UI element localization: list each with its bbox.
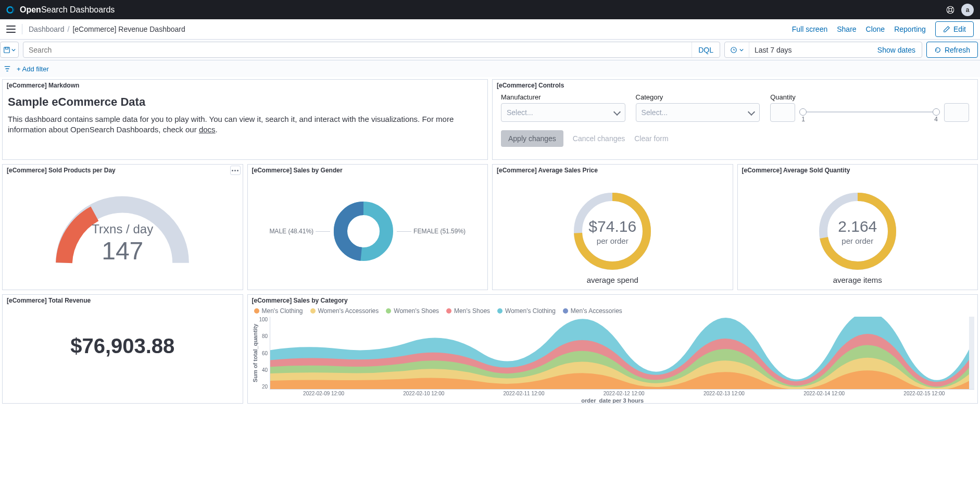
refresh-label: Refresh <box>945 46 970 54</box>
area-plot[interactable] <box>270 317 974 390</box>
legend-item[interactable]: Women's Accessories <box>310 307 379 315</box>
area-legend: Men's ClothingWomen's AccessoriesWomen's… <box>251 306 975 317</box>
panel-title: [eCommerce] Average Sales Price <box>493 165 733 175</box>
legend-dot-icon <box>446 308 451 314</box>
panel-total-revenue: [eCommerce] Total Revenue $76,903.88 <box>2 294 243 404</box>
goal-caption: average spend <box>587 276 638 284</box>
manufacturer-select[interactable]: Select... <box>501 103 625 122</box>
query-bar: DQL Last 7 days Show dates Refresh <box>0 40 980 60</box>
edit-button[interactable]: Edit <box>935 21 974 37</box>
docs-link[interactable]: docs <box>199 125 216 134</box>
filter-options-toggle[interactable] <box>2 64 12 74</box>
legend-label: Men's Accessories <box>571 307 622 315</box>
category-select[interactable]: Select... <box>636 103 760 122</box>
manufacturer-label: Manufacturer <box>501 93 625 101</box>
svg-point-0 <box>7 7 14 13</box>
reporting-link[interactable]: Reporting <box>894 25 926 33</box>
panel-markdown: [eCommerce] Markdown Sample eCommerce Da… <box>2 79 488 160</box>
slider-min-label: 1 <box>801 116 805 123</box>
legend-dot-icon <box>310 308 316 314</box>
x-axis-ticks: 2022-02-09 12:002022-02-10 12:002022-02-… <box>251 390 975 396</box>
header-row: Dashboard / [eCommerce] Revenue Dashboar… <box>0 19 980 40</box>
show-dates-link[interactable]: Show dates <box>871 46 922 54</box>
panel-sold-per-day: [eCommerce] Sold Products per Day Trxns … <box>2 164 243 290</box>
panel-title: [eCommerce] Sales by Gender <box>248 165 488 175</box>
legend-label: Women's Clothing <box>505 307 556 315</box>
clone-link[interactable]: Clone <box>866 25 885 33</box>
dashboard-grid: [eCommerce] Markdown Sample eCommerce Da… <box>0 77 980 406</box>
breadcrumb-root[interactable]: Dashboard <box>29 25 65 33</box>
search-input[interactable] <box>23 42 692 57</box>
area-svg <box>270 317 974 389</box>
logo-text: OpenSearch Dashboards <box>20 5 115 15</box>
slider-handle-max[interactable] <box>933 108 940 116</box>
filter-icon <box>4 65 11 72</box>
apply-changes-button: Apply changes <box>501 130 563 147</box>
legend-dot-icon <box>497 308 502 314</box>
quantity-min-input[interactable] <box>770 103 795 122</box>
help-icon[interactable] <box>946 5 955 15</box>
chevron-down-icon <box>739 48 744 52</box>
slider-max-label: 4 <box>934 116 938 123</box>
date-picker: Last 7 days Show dates <box>724 42 922 58</box>
panel-title: [eCommerce] Sold Products per Day <box>3 165 243 175</box>
edit-label: Edit <box>953 25 966 33</box>
legend-item[interactable]: Women's Shoes <box>386 307 439 315</box>
svg-rect-8 <box>5 47 8 49</box>
gauge-label: Trxns / day <box>3 222 243 236</box>
saved-query-toggle[interactable] <box>0 42 19 58</box>
svg-line-3 <box>948 7 949 8</box>
refresh-icon <box>934 46 941 54</box>
brush-handle[interactable] <box>969 317 974 389</box>
quantity-max-input[interactable] <box>944 103 969 122</box>
legend-label: Women's Shoes <box>394 307 439 315</box>
legend-item[interactable]: Men's Shoes <box>446 307 490 315</box>
quantity-slider[interactable] <box>802 111 937 113</box>
filter-bar: + Add filter <box>0 60 980 77</box>
panel-avg-sold-qty: [eCommerce] Average Sold Quantity 2.164 … <box>737 164 978 290</box>
svg-line-5 <box>948 11 949 12</box>
refresh-button[interactable]: Refresh <box>926 42 978 58</box>
y-axis-ticks: 10080604020 <box>259 317 270 390</box>
legend-dot-icon <box>254 308 259 314</box>
breadcrumb-sep: / <box>68 25 70 33</box>
leader-line <box>316 231 330 232</box>
gauge-value: 147 <box>3 236 243 265</box>
panel-title: [eCommerce] Total Revenue <box>3 295 243 305</box>
nav-toggle-icon[interactable] <box>6 26 16 33</box>
svg-point-2 <box>949 8 952 11</box>
svg-line-4 <box>951 7 953 8</box>
panel-menu-button[interactable] <box>230 166 241 175</box>
donut-label-male: MALE (48.41%) <box>269 228 313 235</box>
donut-chart <box>332 200 395 262</box>
add-filter-link[interactable]: + Add filter <box>17 65 49 73</box>
category-label: Category <box>636 93 760 101</box>
opensearch-logo-icon <box>6 5 17 15</box>
panel-title: [eCommerce] Average Sold Quantity <box>738 165 978 175</box>
dql-toggle[interactable]: DQL <box>692 42 720 57</box>
avatar[interactable]: a <box>961 4 974 16</box>
share-link[interactable]: Share <box>837 25 856 33</box>
quick-select-toggle[interactable] <box>725 42 749 57</box>
y-axis-label: Sum of total_quantity <box>251 317 259 390</box>
legend-dot-icon <box>563 308 568 314</box>
slider-handle-min[interactable] <box>799 108 807 116</box>
logo[interactable]: OpenSearch Dashboards <box>6 5 115 15</box>
panel-avg-sales-price: [eCommerce] Average Sales Price $74.16 p… <box>492 164 733 290</box>
cancel-changes-button: Cancel changes <box>573 134 625 143</box>
legend-item[interactable]: Men's Clothing <box>254 307 303 315</box>
panel-title: [eCommerce] Controls <box>493 80 977 90</box>
quantity-label: Quantity <box>770 93 969 101</box>
legend-item[interactable]: Men's Accessories <box>563 307 622 315</box>
revenue-value: $76,903.88 <box>8 308 237 358</box>
panel-title: [eCommerce] Sales by Category <box>248 295 978 305</box>
full-screen-link[interactable]: Full screen <box>792 25 827 33</box>
markdown-heading: Sample eCommerce Data <box>8 95 482 109</box>
date-range-text[interactable]: Last 7 days <box>749 46 871 54</box>
goal-caption: average items <box>833 276 882 284</box>
panel-title: [eCommerce] Markdown <box>3 80 487 90</box>
divider <box>22 24 22 34</box>
global-top-bar: OpenSearch Dashboards a <box>0 0 980 19</box>
legend-item[interactable]: Women's Clothing <box>497 307 556 315</box>
clear-form-button: Clear form <box>634 134 668 143</box>
